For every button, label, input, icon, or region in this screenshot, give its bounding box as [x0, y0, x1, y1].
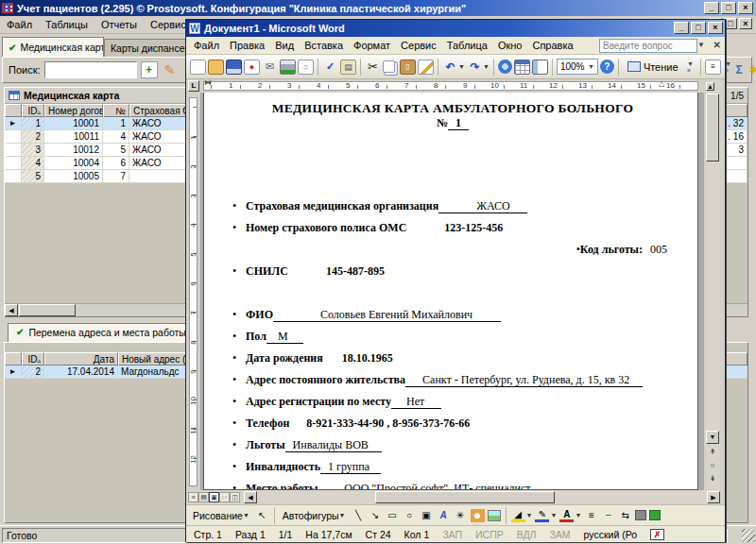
tab-selector-icon[interactable]: L: [188, 80, 199, 92]
oval-icon[interactable]: ○: [403, 509, 417, 522]
tab-address-change[interactable]: ✔ Перемена адреса и места работы: [8, 323, 197, 342]
diagram-icon[interactable]: ✳: [454, 509, 468, 522]
menu-file[interactable]: Файл: [7, 19, 32, 30]
threed-style-icon[interactable]: [649, 510, 661, 520]
outline-view-icon[interactable]: ∷: [219, 492, 230, 502]
edit-record-icon[interactable]: ✎: [162, 61, 179, 78]
text-box-icon[interactable]: ▣: [420, 509, 434, 522]
scrollbar-thumb[interactable]: [706, 94, 719, 162]
document-page[interactable]: МЕДИЦИНСКАЯ КАРТА АМБУЛАТОРНОГО БОЛЬНОГО…: [203, 93, 698, 490]
web-layout-icon[interactable]: ▤: [198, 492, 209, 502]
toolbar-options-icon[interactable]: ▼»: [685, 58, 696, 76]
print-icon[interactable]: [280, 60, 296, 75]
vertical-ruler[interactable]: 1 2 3 4 5 6 7 8 9 10 11 12: [187, 94, 200, 490]
insert-picture-icon[interactable]: [488, 510, 501, 521]
chevron-down-icon[interactable]: ▼: [458, 63, 465, 70]
horizontal-ruler[interactable]: L ⧓ 1 2 3 4 5 6 7 8 9 10 11 12 13 14 15 …: [186, 79, 708, 93]
clip-art-icon[interactable]: ☻: [471, 509, 485, 522]
document-map-icon[interactable]: [532, 60, 548, 75]
right-indent-icon[interactable]: △: [659, 79, 664, 88]
normal-view-icon[interactable]: ≡: [188, 492, 198, 502]
word-titlebar[interactable]: W Документ1 - Microsoft Word _ □ ×: [186, 20, 725, 37]
scrollbar-thumb[interactable]: [375, 491, 555, 503]
column-id[interactable]: ID: [22, 352, 44, 366]
scroll-left-icon[interactable]: ◀: [5, 304, 18, 316]
chevron-down-icon[interactable]: ▼: [697, 41, 705, 49]
menu-view[interactable]: Вид: [275, 40, 294, 51]
shadow-style-icon[interactable]: [635, 510, 646, 520]
resize-grip[interactable]: [742, 529, 755, 542]
menu-edit[interactable]: Правка: [230, 40, 265, 51]
research-icon[interactable]: ▤: [340, 60, 356, 75]
scrollbar-thumb[interactable]: [19, 304, 76, 316]
menu-table[interactable]: Таблица: [447, 40, 488, 51]
help-icon[interactable]: ?: [600, 60, 614, 74]
chevron-down-icon[interactable]: ▼: [483, 63, 490, 70]
minimize-button[interactable]: _: [704, 2, 719, 14]
column-id[interactable]: ID: [22, 104, 44, 117]
indent-marker-icon[interactable]: ⧓: [204, 78, 212, 87]
rectangle-icon[interactable]: ▭: [386, 509, 400, 522]
redo-icon[interactable]: ↷: [467, 60, 483, 75]
column-number[interactable]: №: [103, 104, 129, 117]
browse-next-icon[interactable]: ↡: [706, 472, 719, 485]
fill-color-icon[interactable]: ◢: [511, 509, 525, 522]
numbered-list-icon[interactable]: ≡: [705, 60, 721, 75]
insert-table-icon[interactable]: [514, 60, 530, 75]
vertical-scrollbar[interactable]: ▲ ▼ ↟ ○ ↡: [706, 79, 720, 490]
select-browse-object-icon[interactable]: ○: [706, 459, 719, 472]
open-icon[interactable]: [208, 60, 224, 75]
menu-help[interactable]: Справка: [532, 40, 573, 51]
hyperlink-icon[interactable]: [498, 60, 512, 74]
menu-window[interactable]: Окно: [498, 40, 523, 51]
undo-icon[interactable]: ↶: [442, 60, 458, 75]
scroll-up-icon[interactable]: ▲: [706, 82, 714, 91]
menu-service[interactable]: Сервис: [150, 19, 186, 30]
drawing-menu-button[interactable]: Рисование▼: [190, 509, 252, 522]
print-preview-icon[interactable]: ○: [298, 60, 314, 75]
zoom-select[interactable]: 100%▼: [557, 59, 598, 75]
format-painter-icon[interactable]: [418, 60, 434, 75]
arrow-style-icon[interactable]: ⇆: [618, 509, 632, 522]
scroll-down-icon[interactable]: ▼: [706, 431, 719, 444]
select-objects-icon[interactable]: ↖: [255, 509, 269, 522]
toolbar-options-icon[interactable]: ▼»: [723, 58, 734, 76]
close-button[interactable]: ×: [738, 2, 753, 14]
line-color-icon[interactable]: ✎: [535, 509, 549, 522]
question-input[interactable]: Введите вопрос: [599, 39, 697, 53]
save-icon[interactable]: [226, 60, 242, 75]
line-icon[interactable]: ╲: [352, 509, 366, 522]
tab-medical-card[interactable]: ✔ Медицинская карта: [2, 37, 104, 57]
wordart-icon[interactable]: A: [437, 509, 451, 522]
add-record-icon[interactable]: +: [141, 61, 158, 78]
menu-format[interactable]: Формат: [353, 40, 390, 51]
email-icon[interactable]: ✉: [262, 60, 278, 75]
permission-icon[interactable]: ●: [244, 60, 260, 75]
read-mode-button[interactable]: Чтение: [623, 60, 683, 75]
maximize-button[interactable]: □: [721, 2, 736, 14]
column-contract[interactable]: Номер договора: [44, 104, 103, 117]
browse-previous-icon[interactable]: ↟: [706, 446, 719, 459]
maximize-button[interactable]: □: [691, 22, 706, 34]
menu-reports[interactable]: Отчеты: [101, 19, 137, 30]
new-document-icon[interactable]: [190, 60, 206, 75]
cut-icon[interactable]: ✂: [365, 60, 381, 75]
menu-tables[interactable]: Таблицы: [45, 19, 88, 30]
search-input[interactable]: [44, 61, 137, 78]
mdi-close-button[interactable]: ×: [739, 18, 752, 29]
copy-icon[interactable]: [383, 60, 395, 73]
arrow-icon[interactable]: ↘: [369, 509, 383, 522]
mdi-restore-button[interactable]: □: [724, 18, 737, 29]
horizontal-scrollbar[interactable]: [257, 491, 707, 503]
menu-tools[interactable]: Сервис: [401, 40, 437, 51]
minimize-button[interactable]: _: [674, 22, 689, 34]
dash-style-icon[interactable]: ┄: [601, 509, 615, 522]
menu-file[interactable]: Файл: [194, 40, 219, 51]
spelling-icon[interactable]: ✓: [322, 60, 338, 75]
reading-view-icon[interactable]: ◫: [230, 492, 240, 502]
menu-insert[interactable]: Вставка: [304, 40, 343, 51]
close-icon[interactable]: ✕: [713, 40, 721, 50]
line-style-icon[interactable]: ≡: [584, 509, 598, 522]
paste-icon[interactable]: ▯: [400, 60, 416, 75]
scroll-left-icon[interactable]: ◀: [244, 491, 257, 503]
